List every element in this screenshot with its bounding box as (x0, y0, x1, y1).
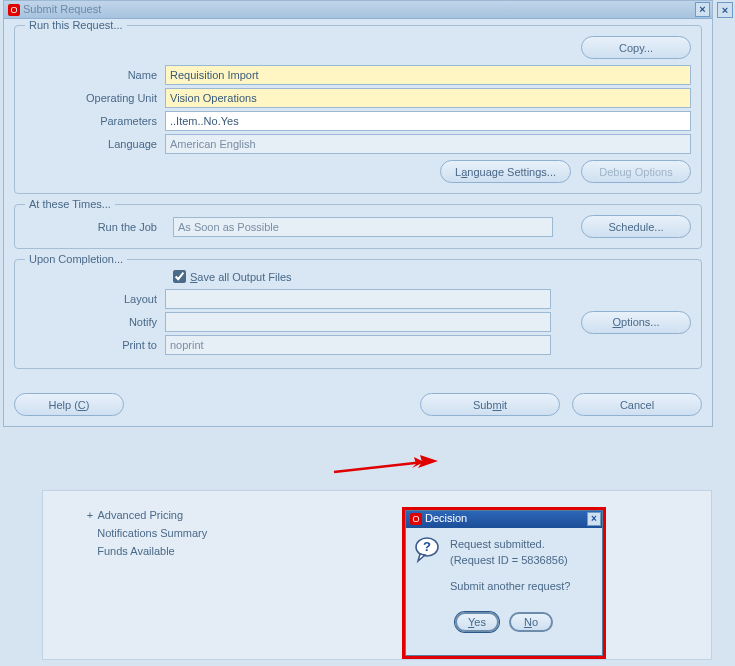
oracle-logo-icon: O (8, 4, 20, 16)
window-titlebar: OSubmit Request × (4, 1, 712, 19)
cancel-button[interactable]: Cancel (572, 393, 702, 416)
dialog-message: Request submitted.(Request ID = 5836856)… (450, 536, 570, 604)
name-input[interactable] (165, 65, 691, 85)
language-settings-button[interactable]: Language Settings... (440, 160, 571, 183)
times-group-title: At these Times... (25, 198, 115, 210)
notify-label: Notify (25, 316, 165, 328)
operating-unit-label: Operating Unit (25, 92, 165, 104)
nav-item-advanced-pricing[interactable]: + Advanced Pricing (85, 506, 275, 524)
run-this-request-group: Run this Request... Copy... Name Operati… (14, 25, 702, 194)
completion-group-title: Upon Completion... (25, 253, 127, 265)
save-all-output-checkbox[interactable] (173, 270, 186, 283)
dialog-close-icon[interactable]: × (587, 512, 601, 526)
run-the-job-label: Run the Job (25, 221, 165, 233)
operating-unit-input[interactable] (165, 88, 691, 108)
at-these-times-group: At these Times... Run the Job Schedule..… (14, 204, 702, 249)
schedule-button[interactable]: Schedule... (581, 215, 691, 238)
parameters-label: Parameters (25, 115, 165, 127)
print-to-label: Print to (25, 339, 165, 351)
nav-item-notifications-summary[interactable]: Notifications Summary (85, 524, 275, 542)
notify-input (165, 312, 551, 332)
window-title: Submit Request (23, 3, 101, 15)
dialog-title-text: Decision (425, 512, 467, 524)
submit-request-window: OSubmit Request × Run this Request... Co… (3, 0, 713, 427)
run-the-job-input (173, 217, 553, 237)
help-button[interactable]: Help (C) (14, 393, 124, 416)
nav-item-funds-available[interactable]: Funds Available (85, 542, 275, 560)
language-label: Language (25, 138, 165, 150)
dialog-yes-button[interactable]: Yes (455, 612, 499, 632)
layout-input (165, 289, 551, 309)
copy-button[interactable]: Copy... (581, 36, 691, 59)
upon-completion-group: Upon Completion... Save all Output Files… (14, 259, 702, 369)
options-button[interactable]: Options... (581, 311, 691, 334)
run-group-title: Run this Request... (25, 19, 127, 31)
oracle-logo-icon: O (410, 513, 422, 525)
parameters-input[interactable] (165, 111, 691, 131)
decision-dialog: ODecision × ? Request submitted.(Request… (405, 510, 603, 656)
aux-close-icon[interactable]: × (717, 2, 733, 18)
submit-button[interactable]: Submit (420, 393, 560, 416)
layout-label: Layout (25, 293, 165, 305)
print-to-input (165, 335, 551, 355)
debug-options-button: Debug Options (581, 160, 691, 183)
name-label: Name (25, 69, 165, 81)
background-nav-list: + Advanced Pricing Notifications Summary… (85, 506, 275, 560)
window-close-icon[interactable]: × (695, 2, 710, 17)
dialog-no-button[interactable]: No (509, 612, 553, 632)
save-all-output-label: Save all Output Files (190, 271, 292, 283)
language-input (165, 134, 691, 154)
dialog-titlebar: ODecision × (406, 511, 602, 528)
question-icon: ? (414, 536, 442, 564)
annotation-dialog-highlight: ODecision × ? Request submitted.(Request… (402, 507, 606, 659)
svg-text:?: ? (423, 539, 431, 554)
